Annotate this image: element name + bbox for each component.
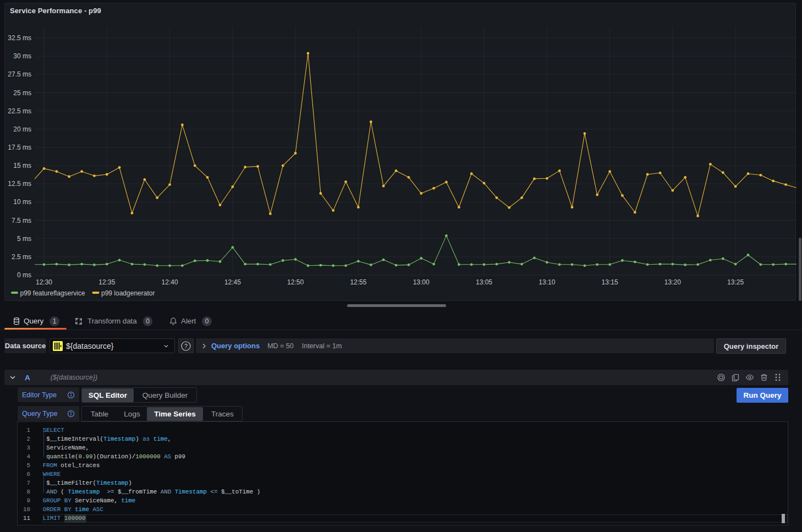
svg-text:12.5 ms: 12.5 ms xyxy=(8,180,31,188)
svg-text:7.5 ms: 7.5 ms xyxy=(12,217,31,224)
svg-text:13:15: 13:15 xyxy=(602,278,618,286)
svg-text:12:55: 12:55 xyxy=(350,278,366,286)
svg-text:22.5 ms: 22.5 ms xyxy=(8,107,31,115)
svg-text:5 ms: 5 ms xyxy=(17,235,31,243)
svg-text:13:25: 13:25 xyxy=(727,278,744,286)
svg-text:12:40: 12:40 xyxy=(162,278,178,286)
svg-text:2.5 ms: 2.5 ms xyxy=(12,253,31,261)
svg-text:32.5 ms: 32.5 ms xyxy=(8,34,31,42)
svg-text:13:20: 13:20 xyxy=(664,278,681,286)
svg-text:27.5 ms: 27.5 ms xyxy=(8,70,31,78)
svg-text:p99 loadgenerator: p99 loadgenerator xyxy=(101,289,155,297)
svg-text:30 ms: 30 ms xyxy=(13,52,31,60)
svg-text:13:10: 13:10 xyxy=(539,278,555,286)
svg-text:12:50: 12:50 xyxy=(287,278,304,286)
svg-text:13:05: 13:05 xyxy=(476,278,492,286)
svg-text:13:00: 13:00 xyxy=(413,278,430,286)
svg-text:15 ms: 15 ms xyxy=(13,162,31,169)
svg-text:12:35: 12:35 xyxy=(98,278,115,286)
svg-text:10 ms: 10 ms xyxy=(13,198,31,206)
svg-text:?: ? xyxy=(184,343,188,349)
svg-text:12:30: 12:30 xyxy=(36,278,52,286)
svg-text:p99 featureflagservice: p99 featureflagservice xyxy=(20,289,85,297)
svg-text:17.5 ms: 17.5 ms xyxy=(8,144,31,151)
svg-text:12:45: 12:45 xyxy=(224,278,241,286)
svg-text:0 ms: 0 ms xyxy=(17,271,31,279)
svg-text:25 ms: 25 ms xyxy=(13,89,31,97)
svg-text:20 ms: 20 ms xyxy=(13,125,31,133)
